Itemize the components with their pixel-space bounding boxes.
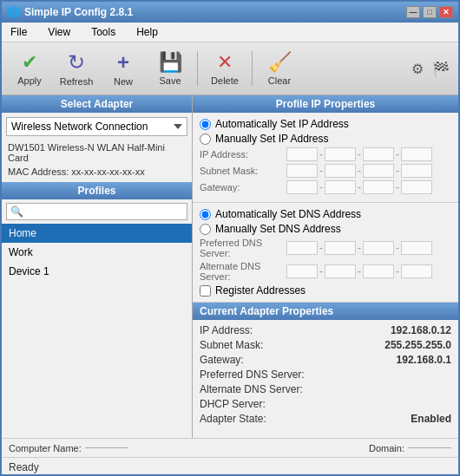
status-bar: Computer Name: Domain: [2,438,458,457]
ip-section: Automatically Set IP Address Manually Se… [193,113,458,203]
gateway-octet4[interactable] [401,180,432,194]
new-icon: + [117,50,129,75]
prop-label-dhcp: DHCP Server: [200,398,266,410]
prop-row-dhcp: DHCP Server: [200,397,451,412]
auto-dns-label: Automatically Set DNS Address [215,208,361,220]
refresh-label: Refresh [60,76,94,87]
adapter-dropdown[interactable]: Wireless Network Connection [6,117,187,136]
delete-button[interactable]: ✕ Delete [202,46,247,91]
subnet-octet2[interactable] [325,164,356,178]
gateway-octet1[interactable] [286,180,318,194]
preferred-dns-octet4[interactable] [401,241,432,255]
profile-item-work[interactable]: Work [2,243,192,262]
props-table: IP Address: 192.168.0.12 Subnet Mask: 25… [193,320,458,430]
current-props-header: Current Adapter Properties [193,303,458,320]
ip-octet2[interactable] [325,147,356,161]
preferred-dns-octet3[interactable] [363,241,394,255]
restore-button[interactable]: □ [423,6,437,18]
search-box: 🔍 [6,203,187,220]
clear-button[interactable]: 🧹 Clear [257,46,302,91]
new-button[interactable]: + New [101,46,146,91]
prop-label-preferred-dns: Preferred DNS Server: [200,368,305,381]
gateway-octet3[interactable] [363,180,394,194]
current-adapter-properties: Current Adapter Properties IP Address: 1… [193,303,458,438]
select-adapter-header: Select Adapter [2,95,192,113]
profile-item-device1[interactable]: Device 1 [2,262,192,281]
subnet-octet3[interactable] [363,164,394,178]
refresh-icon: ↻ [68,50,85,75]
menu-help[interactable]: Help [131,24,163,40]
register-addresses-label: Register Addresses [215,284,306,297]
ip-octet3[interactable] [363,147,394,161]
preferred-dns-octet2[interactable] [325,241,356,255]
alternate-dns-octet3[interactable] [363,264,394,278]
prop-row-ip: IP Address: 192.168.0.12 [200,323,451,338]
prop-row-preferred-dns: Preferred DNS Server: [200,368,451,382]
prop-value-subnet: 255.255.255.0 [384,339,451,351]
delete-label: Delete [211,75,239,86]
save-icon: 💾 [159,51,182,74]
register-addresses-checkbox[interactable] [200,285,211,297]
domain-label: Domain: [369,443,404,453]
minimize-button[interactable]: — [406,6,420,18]
main-content: Select Adapter Wireless Network Connecti… [2,95,458,438]
save-button[interactable]: 💾 Save [148,46,193,91]
domain-value [408,447,451,448]
auto-ip-radio[interactable] [200,119,211,130]
prop-label-alternate-dns: Alternate DNS Server: [200,383,303,395]
profiles-list: Home Work Device 1 [2,224,192,438]
alternate-dns-octet2[interactable] [325,264,356,278]
title-bar: 🌐 Simple IP Config 2.8.1 — □ ✕ [2,2,458,23]
left-panel: Select Adapter Wireless Network Connecti… [2,95,193,438]
apply-icon: ✔ [22,51,37,74]
right-panel: Profile IP Properties Automatically Set … [193,95,458,438]
ready-text: Ready [9,461,39,473]
search-icon: 🔍 [10,205,23,218]
prop-row-gateway: Gateway: 192.168.0.1 [200,353,451,368]
prop-label-gateway: Gateway: [200,354,244,366]
settings-icon[interactable]: ⚙ [408,57,427,81]
subnet-octet1[interactable] [286,164,318,178]
manual-dns-label: Manually Set DNS Address [215,223,341,235]
search-input[interactable] [26,205,183,218]
prop-value-ip: 192.168.0.12 [391,324,451,336]
ip-address-label: IP Address: [200,149,286,160]
auto-dns-radio[interactable] [200,209,211,220]
delete-icon: ✕ [217,51,233,74]
menu-tools[interactable]: Tools [86,24,121,40]
alternate-dns-octet4[interactable] [401,264,432,278]
refresh-button[interactable]: ↻ Refresh [54,46,99,91]
alternate-dns-label: Alternate DNS Server: [200,261,286,282]
preferred-dns-octet1[interactable] [286,241,318,255]
toolbar: ✔ Apply ↻ Refresh + New 💾 Save ✕ Delete … [2,42,458,95]
ip-properties-header: Profile IP Properties [193,95,458,113]
gateway-octet2[interactable] [325,180,356,194]
prop-value-adapter-state: Enabled [411,413,451,425]
prop-label-ip: IP Address: [200,324,253,336]
menu-view[interactable]: View [43,24,76,40]
profile-item-home[interactable]: Home [2,224,192,243]
toolbar-separator2 [252,51,253,86]
manual-ip-radio[interactable] [200,134,211,145]
subnet-octet4[interactable] [401,164,432,178]
ip-octet4[interactable] [401,147,432,161]
app-icon: 🌐 [7,6,20,18]
adapter-info-line2: MAC Address: xx-xx-xx-xx-xx-xx [2,165,192,179]
manual-dns-radio[interactable] [200,224,211,235]
profiles-header: Profiles [2,182,192,199]
apply-label: Apply [17,75,42,86]
prop-row-alternate-dns: Alternate DNS Server: [200,382,451,397]
alternate-dns-octet1[interactable] [286,264,318,278]
prop-value-gateway: 192.168.0.1 [397,354,451,366]
clear-label: Clear [268,75,291,86]
gateway-label: Gateway: [200,182,286,192]
close-button[interactable]: ✕ [439,6,453,18]
computer-name-label: Computer Name: [9,443,82,453]
flag-icon: 🏁 [429,57,453,81]
preferred-dns-label: Preferred DNS Server: [200,238,286,258]
menu-file[interactable]: File [5,24,32,40]
subnet-mask-label: Subnet Mask: [200,166,286,176]
apply-button[interactable]: ✔ Apply [7,46,52,91]
title-bar-text: Simple IP Config 2.8.1 [24,6,133,18]
ip-octet1[interactable] [286,147,318,161]
